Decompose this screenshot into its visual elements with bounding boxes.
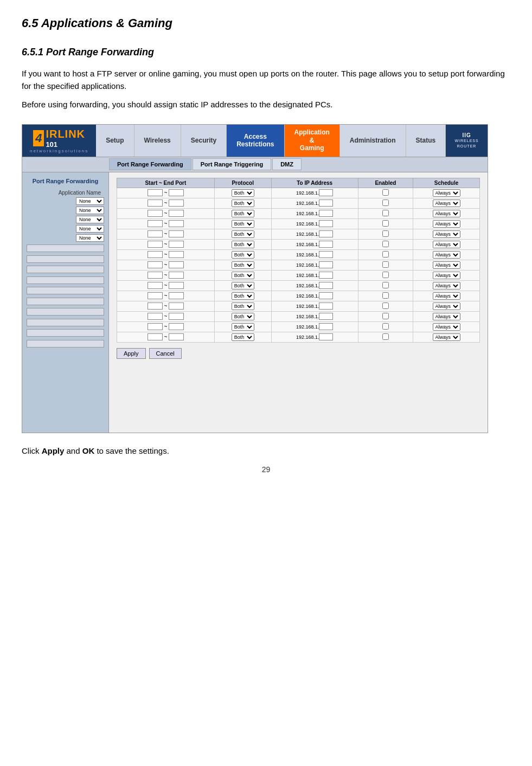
protocol-select-3[interactable]: BothTCPUDP bbox=[232, 220, 254, 228]
sidebar-app-input-14[interactable] bbox=[27, 329, 104, 337]
protocol-select-4[interactable]: BothTCPUDP bbox=[232, 230, 254, 238]
start-port-2[interactable] bbox=[148, 210, 163, 217]
schedule-select-2[interactable]: Always bbox=[433, 210, 460, 217]
nav-tab-administration[interactable]: Administration bbox=[340, 125, 406, 157]
schedule-select-3[interactable]: Always bbox=[433, 220, 460, 228]
end-port-12[interactable] bbox=[169, 313, 184, 320]
end-port-13[interactable] bbox=[169, 323, 184, 330]
protocol-select-14[interactable]: BothTCPUDP bbox=[232, 333, 254, 341]
start-port-13[interactable] bbox=[148, 323, 163, 330]
protocol-select-8[interactable]: BothTCPUDP bbox=[232, 272, 254, 279]
ip-last-octet-11[interactable] bbox=[319, 302, 333, 310]
sidebar-app-input-7[interactable] bbox=[27, 255, 104, 263]
ip-last-octet-3[interactable] bbox=[319, 220, 333, 227]
ip-last-octet-14[interactable] bbox=[319, 333, 333, 340]
sidebar-app-input-9[interactable] bbox=[27, 276, 104, 284]
protocol-select-10[interactable]: BothTCPUDP bbox=[232, 292, 254, 300]
protocol-select-11[interactable]: BothTCPUDP bbox=[232, 302, 254, 310]
sidebar-none-select-5[interactable]: None bbox=[76, 234, 104, 242]
cancel-button[interactable]: Cancel bbox=[149, 348, 182, 359]
end-port-2[interactable] bbox=[169, 210, 184, 217]
ip-last-octet-0[interactable] bbox=[319, 189, 333, 196]
schedule-select-7[interactable]: Always bbox=[433, 261, 460, 269]
enabled-checkbox-6[interactable] bbox=[382, 251, 389, 258]
sidebar-none-select-4[interactable]: None bbox=[76, 225, 104, 233]
sidebar-app-input-8[interactable] bbox=[27, 266, 104, 273]
start-port-11[interactable] bbox=[148, 302, 163, 310]
start-port-10[interactable] bbox=[148, 292, 163, 299]
ip-last-octet-1[interactable] bbox=[319, 199, 333, 207]
nav-tab-setup[interactable]: Setup bbox=[96, 125, 134, 157]
end-port-11[interactable] bbox=[169, 302, 184, 310]
end-port-4[interactable] bbox=[169, 230, 184, 237]
enabled-checkbox-14[interactable] bbox=[382, 333, 389, 340]
enabled-checkbox-10[interactable] bbox=[382, 292, 389, 299]
enabled-checkbox-1[interactable] bbox=[382, 199, 389, 206]
start-port-12[interactable] bbox=[148, 313, 163, 320]
end-port-6[interactable] bbox=[169, 251, 184, 258]
end-port-14[interactable] bbox=[169, 333, 184, 340]
sub-tab-port-range-triggering[interactable]: Port Range Triggering bbox=[193, 158, 272, 170]
start-port-7[interactable] bbox=[148, 261, 163, 268]
schedule-select-14[interactable]: Always bbox=[433, 333, 460, 341]
ip-last-octet-5[interactable] bbox=[319, 241, 333, 248]
start-port-5[interactable] bbox=[148, 241, 163, 248]
ip-last-octet-9[interactable] bbox=[319, 282, 333, 289]
schedule-select-9[interactable]: Always bbox=[433, 282, 460, 289]
protocol-select-9[interactable]: BothTCPUDP bbox=[232, 282, 254, 289]
ip-last-octet-12[interactable] bbox=[319, 313, 333, 320]
nav-tab-access-restrictions[interactable]: Access Restrictions bbox=[227, 125, 284, 157]
schedule-select-8[interactable]: Always bbox=[433, 272, 460, 279]
sidebar-app-input-6[interactable] bbox=[27, 244, 104, 252]
nav-tab-wireless[interactable]: Wireless bbox=[134, 125, 181, 157]
ip-last-octet-10[interactable] bbox=[319, 292, 333, 299]
sidebar-none-select-3[interactable]: None bbox=[76, 216, 104, 223]
schedule-select-13[interactable]: Always bbox=[433, 323, 460, 331]
sub-tab-dmz[interactable]: DMZ bbox=[272, 158, 302, 170]
end-port-3[interactable] bbox=[169, 220, 184, 227]
start-port-1[interactable] bbox=[148, 199, 163, 207]
end-port-8[interactable] bbox=[169, 272, 184, 279]
start-port-14[interactable] bbox=[148, 333, 163, 340]
protocol-select-13[interactable]: BothTCPUDP bbox=[232, 323, 254, 331]
schedule-select-1[interactable]: Always bbox=[433, 199, 460, 207]
nav-tab-status[interactable]: Status bbox=[406, 125, 446, 157]
enabled-checkbox-12[interactable] bbox=[382, 313, 389, 319]
start-port-6[interactable] bbox=[148, 251, 163, 258]
enabled-checkbox-8[interactable] bbox=[382, 272, 389, 278]
sidebar-app-input-12[interactable] bbox=[27, 308, 104, 316]
schedule-select-11[interactable]: Always bbox=[433, 302, 460, 310]
schedule-select-10[interactable]: Always bbox=[433, 292, 460, 300]
ip-last-octet-6[interactable] bbox=[319, 251, 333, 258]
protocol-select-2[interactable]: BothTCPUDP bbox=[232, 210, 254, 217]
enabled-checkbox-7[interactable] bbox=[382, 261, 389, 268]
nav-tab-application-gaming[interactable]: Application & Gaming bbox=[285, 125, 340, 157]
end-port-10[interactable] bbox=[169, 292, 184, 299]
sidebar-app-input-11[interactable] bbox=[27, 298, 104, 305]
end-port-0[interactable] bbox=[169, 189, 184, 196]
ip-last-octet-4[interactable] bbox=[319, 230, 333, 237]
enabled-checkbox-3[interactable] bbox=[382, 220, 389, 227]
sidebar-none-select-2[interactable]: None bbox=[76, 207, 104, 214]
end-port-5[interactable] bbox=[169, 241, 184, 248]
ip-last-octet-2[interactable] bbox=[319, 210, 333, 217]
end-port-7[interactable] bbox=[169, 261, 184, 268]
start-port-3[interactable] bbox=[148, 220, 163, 227]
protocol-select-7[interactable]: BothTCPUDP bbox=[232, 261, 254, 269]
protocol-select-5[interactable]: BothTCPUDP bbox=[232, 241, 254, 248]
sidebar-app-input-13[interactable] bbox=[27, 319, 104, 326]
enabled-checkbox-5[interactable] bbox=[382, 241, 389, 247]
protocol-select-0[interactable]: BothTCPUDP bbox=[232, 189, 254, 197]
ip-last-octet-7[interactable] bbox=[319, 261, 333, 268]
enabled-checkbox-4[interactable] bbox=[382, 230, 389, 237]
end-port-9[interactable] bbox=[169, 282, 184, 289]
schedule-select-5[interactable]: Always bbox=[433, 241, 460, 248]
nav-tab-security[interactable]: Security bbox=[181, 125, 227, 157]
schedule-select-6[interactable]: Always bbox=[433, 251, 460, 259]
ip-last-octet-8[interactable] bbox=[319, 272, 333, 279]
sidebar-none-select-1[interactable]: None bbox=[76, 197, 104, 205]
enabled-checkbox-2[interactable] bbox=[382, 210, 389, 216]
schedule-select-0[interactable]: Always bbox=[433, 189, 460, 197]
enabled-checkbox-11[interactable] bbox=[382, 302, 389, 309]
sub-tab-port-range-forwarding[interactable]: Port Range Forwarding bbox=[109, 158, 191, 170]
